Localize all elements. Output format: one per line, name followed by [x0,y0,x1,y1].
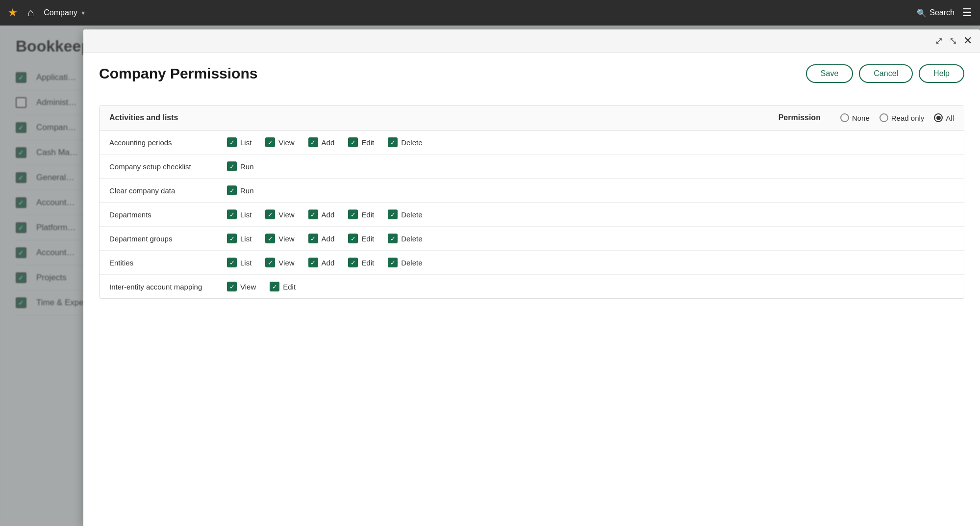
check-run[interactable]: ✓Run [227,161,254,171]
check-list[interactable]: ✓List [227,234,251,243]
radio-none[interactable]: None [840,113,870,122]
table-row: Accounting periods ✓List ✓View ✓Add ✓Edi… [100,131,964,155]
check-delete[interactable]: ✓Delete [388,137,422,147]
permission-column-header: Permission [779,113,821,122]
checkbox-view[interactable]: ✓ [265,234,275,243]
row-label: Accounting periods [109,138,227,147]
help-button[interactable]: Help [919,64,964,83]
check-run[interactable]: ✓Run [227,185,254,195]
checkbox-view[interactable]: ✓ [227,282,237,291]
check-delete[interactable]: ✓Delete [388,258,422,267]
checkbox-view[interactable]: ✓ [265,137,275,147]
row-label: Inter-entity account mapping [109,283,227,291]
search-button[interactable]: 🔍 Search [917,8,955,18]
check-view[interactable]: ✓View [265,258,294,267]
checkbox-run[interactable]: ✓ [227,185,237,195]
company-nav[interactable]: Company ▾ [44,8,84,17]
check-add[interactable]: ✓Add [308,258,335,267]
radio-readonly-label: Read only [891,114,925,122]
row-checkboxes: ✓Run [227,185,254,195]
radio-all[interactable]: All [934,113,954,122]
radio-circle-none [840,113,849,122]
row-label: Entities [109,259,227,267]
cancel-button[interactable]: Cancel [859,64,913,83]
check-list[interactable]: ✓List [227,137,251,147]
row-checkboxes: ✓List ✓View ✓Add ✓Edit ✓Delete [227,234,423,243]
check-list[interactable]: ✓List [227,210,251,219]
check-delete[interactable]: ✓Delete [388,234,422,243]
row-label: Clear company data [109,186,227,195]
table-header: Activities and lists Permission None Rea… [100,105,964,131]
check-add[interactable]: ✓Add [308,210,335,219]
check-edit[interactable]: ✓Edit [348,234,374,243]
checkbox-delete[interactable]: ✓ [388,137,398,147]
checkbox-edit[interactable]: ✓ [348,137,358,147]
checkbox-view[interactable]: ✓ [265,210,275,219]
company-label: Company [44,8,77,17]
radio-group: None Read only All [840,113,954,122]
row-label: Departments [109,210,227,219]
modal-header-buttons: Save Cancel Help [806,64,964,83]
checkbox-delete[interactable]: ✓ [388,210,398,219]
menu-icon[interactable]: ☰ [962,6,972,19]
row-label: Department groups [109,235,227,243]
checkbox-view[interactable]: ✓ [265,258,275,267]
checkbox-add[interactable]: ✓ [308,137,318,147]
check-list[interactable]: ✓List [227,258,251,267]
checkbox-run[interactable]: ✓ [227,161,237,171]
check-view[interactable]: ✓View [227,282,256,291]
nav-right: 🔍 Search ☰ [917,6,972,19]
search-label: Search [930,8,955,17]
radio-circle-all [934,113,943,122]
modal-topbar: ⤢ ⤡ ✕ [83,29,980,53]
table-row: Departments ✓List ✓View ✓Add ✓Edit ✓Dele… [100,203,964,227]
checkbox-add[interactable]: ✓ [308,258,318,267]
row-checkboxes: ✓List ✓View ✓Add ✓Edit ✓Delete [227,258,423,267]
check-view[interactable]: ✓View [265,234,294,243]
check-edit[interactable]: ✓Edit [348,258,374,267]
checkbox-delete[interactable]: ✓ [388,234,398,243]
star-icon[interactable]: ★ [8,6,18,19]
expand-icon[interactable]: ⤡ [949,35,957,47]
check-edit[interactable]: ✓Edit [270,282,296,291]
checkbox-list[interactable]: ✓ [227,258,237,267]
table-row: Inter-entity account mapping ✓View ✓Edit [100,275,964,298]
modal-dialog: ⤢ ⤡ ✕ Company Permissions Save Cancel He… [83,29,980,526]
checkbox-list[interactable]: ✓ [227,234,237,243]
radio-readonly[interactable]: Read only [879,113,925,122]
modal-title: Company Permissions [99,65,257,82]
check-edit[interactable]: ✓Edit [348,210,374,219]
check-view[interactable]: ✓View [265,210,294,219]
check-add[interactable]: ✓Add [308,234,335,243]
checkbox-delete[interactable]: ✓ [388,258,398,267]
save-button[interactable]: Save [806,64,853,83]
check-edit[interactable]: ✓Edit [348,137,374,147]
checkbox-edit[interactable]: ✓ [270,282,279,291]
permissions-table: Activities and lists Permission None Rea… [99,105,964,299]
table-row: Entities ✓List ✓View ✓Add ✓Edit ✓Delete [100,251,964,275]
radio-none-label: None [852,114,870,122]
check-add[interactable]: ✓Add [308,137,335,147]
checkbox-list[interactable]: ✓ [227,210,237,219]
chevron-down-icon: ▾ [81,9,85,17]
row-checkboxes: ✓List ✓View ✓Add ✓Edit ✓Delete [227,210,423,219]
row-checkboxes: ✓Run [227,161,254,171]
close-icon[interactable]: ✕ [963,34,972,47]
row-checkboxes: ✓List ✓View ✓Add ✓Edit ✓Delete [227,137,423,147]
modal-header: Company Permissions Save Cancel Help [83,53,980,93]
row-checkboxes: ✓View ✓Edit [227,282,296,291]
checkbox-edit[interactable]: ✓ [348,258,358,267]
checkbox-add[interactable]: ✓ [308,210,318,219]
search-icon: 🔍 [917,8,927,18]
modal-body: Activities and lists Permission None Rea… [83,93,980,526]
checkbox-edit[interactable]: ✓ [348,210,358,219]
check-delete[interactable]: ✓Delete [388,210,422,219]
checkbox-list[interactable]: ✓ [227,137,237,147]
table-row: Department groups ✓List ✓View ✓Add ✓Edit… [100,227,964,251]
checkbox-edit[interactable]: ✓ [348,234,358,243]
home-icon[interactable]: ⌂ [27,6,34,19]
checkbox-add[interactable]: ✓ [308,234,318,243]
check-view[interactable]: ✓View [265,137,294,147]
permission-header-right: Permission None Read only All [779,113,954,122]
external-link-icon[interactable]: ⤢ [935,35,943,47]
